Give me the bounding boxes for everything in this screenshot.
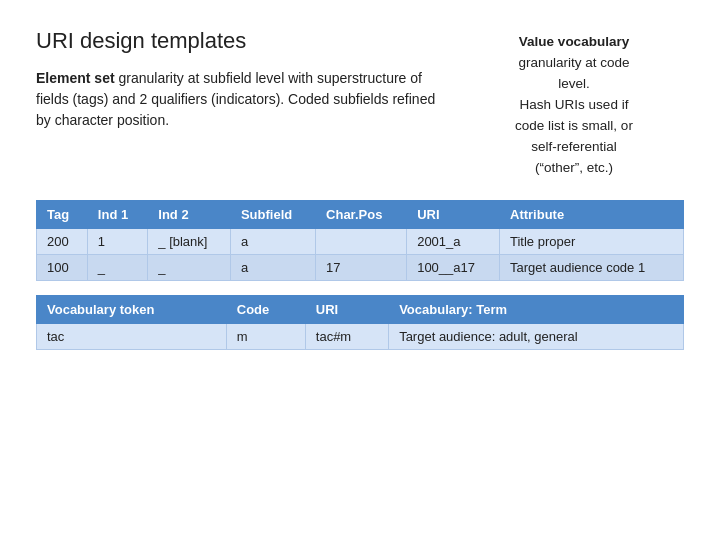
col-subfield: Subfield: [230, 201, 315, 229]
vocab-line2: granularity at code: [518, 55, 629, 70]
cell-attribute: Title proper: [500, 229, 684, 255]
top-section: URI design templates Element set granula…: [36, 28, 684, 178]
col-ind1: Ind 1: [87, 201, 147, 229]
col-charpos: Char.Pos: [316, 201, 407, 229]
cell-uri: 2001_a: [407, 229, 500, 255]
cell-charpos: [316, 229, 407, 255]
table-row: 100 _ _ a 17 100__a17 Target audience co…: [37, 255, 684, 281]
main-table: Tag Ind 1 Ind 2 Subfield Char.Pos URI At…: [36, 200, 684, 281]
cell-vocab-token: tac: [37, 324, 227, 350]
col-vocab-term: Vocabulary: Term: [389, 296, 684, 324]
right-panel: Value vocabulary granularity at code lev…: [464, 28, 684, 178]
vocab-line4: Hash URIs used if: [520, 97, 629, 112]
table-row: tac m tac#m Target audience: adult, gene…: [37, 324, 684, 350]
vocab-table: Vocabulary token Code URI Vocabulary: Te…: [36, 295, 684, 350]
cell-subfield: a: [230, 229, 315, 255]
cell-uri: 100__a17: [407, 255, 500, 281]
vocab-line5: code list is small, or: [515, 118, 633, 133]
cell-tag: 200: [37, 229, 88, 255]
left-text: URI design templates Element set granula…: [36, 28, 464, 131]
vocab-line3: level.: [558, 76, 590, 91]
tables-section: Tag Ind 1 Ind 2 Subfield Char.Pos URI At…: [36, 200, 684, 350]
col-uri: URI: [407, 201, 500, 229]
col-attribute: Attribute: [500, 201, 684, 229]
cell-tag: 100: [37, 255, 88, 281]
cell-ind1: _: [87, 255, 147, 281]
cell-ind1: 1: [87, 229, 147, 255]
main-table-header-row: Tag Ind 1 Ind 2 Subfield Char.Pos URI At…: [37, 201, 684, 229]
cell-attribute: Target audience code 1: [500, 255, 684, 281]
table-row: 200 1 _ [blank] a 2001_a Title proper: [37, 229, 684, 255]
col-vocab-uri: URI: [305, 296, 388, 324]
col-code: Code: [226, 296, 305, 324]
description-bold: Element set: [36, 70, 115, 86]
cell-charpos: 17: [316, 255, 407, 281]
cell-subfield: a: [230, 255, 315, 281]
cell-ind2: _: [148, 255, 231, 281]
description: Element set granularity at subfield leve…: [36, 68, 440, 131]
vocab-line6: self-referential: [531, 139, 617, 154]
vocab-table-header-row: Vocabulary token Code URI Vocabulary: Te…: [37, 296, 684, 324]
cell-vocab-term: Target audience: adult, general: [389, 324, 684, 350]
cell-vocab-uri: tac#m: [305, 324, 388, 350]
page-title: URI design templates: [36, 28, 440, 54]
cell-ind2: _ [blank]: [148, 229, 231, 255]
cell-code: m: [226, 324, 305, 350]
vocab-line7: (“other”, etc.): [535, 160, 613, 175]
col-vocab-token: Vocabulary token: [37, 296, 227, 324]
vocab-title-line1: Value vocabulary: [519, 34, 629, 49]
col-ind2: Ind 2: [148, 201, 231, 229]
page: URI design templates Element set granula…: [0, 0, 720, 540]
col-tag: Tag: [37, 201, 88, 229]
